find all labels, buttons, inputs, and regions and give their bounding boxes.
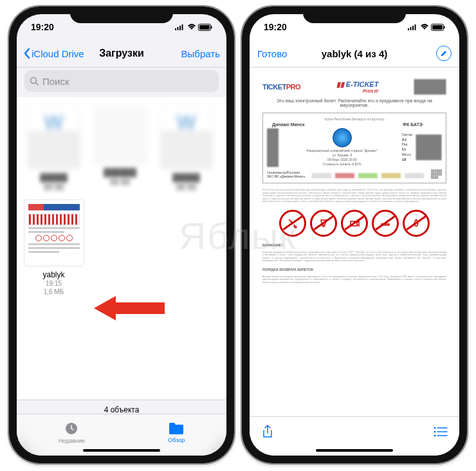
list-icon [434,427,448,437]
match-teams: Динамо Минск ФК БАТЭ [267,121,442,128]
no-fire-icon [403,210,430,237]
club-logo [333,128,352,147]
files-grid: W █████ ██ ██ ██████ ██ ██ W █████ ██ ██ [17,97,226,304]
svg-rect-2 [179,26,181,30]
wifi-icon [420,24,429,30]
file-label: █████ [172,173,200,182]
nav-back-button[interactable]: iCloud Drive [23,48,84,59]
svg-rect-12 [410,27,412,30]
svg-point-20 [434,427,436,429]
barcode-top [414,79,446,95]
file-item[interactable]: ██████ ██ ██ [89,105,151,190]
no-camera-icon [341,210,368,237]
phone-right: 19:20 Готово yablyk (4 из 4) TICKETPRO [242,6,467,463]
ticket-header: TICKETPRO ▮▮ E-TICKET Print it! [262,79,446,95]
status-time: 19:20 [31,22,54,32]
ticket-subtitle: Это ваш электронный билет. Распечатайте … [262,98,446,107]
svg-rect-14 [415,24,416,30]
clock-icon [64,421,79,436]
svg-line-8 [36,83,39,86]
svg-rect-18 [351,221,357,226]
promoter: Организатор/Promoter ЗАО ФК «Динамо-Минс… [267,171,305,178]
svg-rect-6 [211,26,212,28]
file-meta: ██ ██ [44,182,64,190]
tab-label: Недавние [59,438,85,444]
eticket-logo: ▮▮ E-TICKET Print it! [336,80,379,93]
search-input[interactable]: Поиск [24,70,219,92]
file-item-yablyk[interactable]: yablyk 19:15 1,6 МБ [23,199,84,296]
svg-rect-13 [412,26,414,30]
tab-label: Обзор [168,437,185,443]
return-title: ПОРЯДОК ВОЗВРАТА БИЛЕТОВ [262,268,446,272]
no-smoke-icon [372,210,399,237]
svg-rect-5 [199,25,210,30]
file-thumb-word: W [160,105,213,169]
svg-rect-19 [381,224,389,225]
annotation-arrow [94,293,165,326]
tab-browse[interactable]: Обзор [168,421,185,443]
share-button[interactable] [261,424,274,442]
svg-rect-11 [408,28,409,30]
preview-toolbar [250,416,459,456]
signal-icon [175,24,185,30]
warning-title: ВНИМАНИЕ! [262,243,446,247]
screen-preview: 19:20 Готово yablyk (4 из 4) TICKETPRO [250,14,459,456]
file-time: 19:15 [46,279,62,288]
fine-print-1: На билете напечатан уникальный штрих-код… [262,189,446,203]
signal-icon [408,24,418,30]
search-icon [30,77,39,86]
search-wrap: Поиск [17,68,226,97]
svg-rect-1 [178,27,179,30]
ticket-box: Кубок Республики Беларусь по футболу Дин… [262,113,446,183]
nav-select-button[interactable]: Выбрать [181,48,220,59]
chevron-left-icon [23,48,30,59]
barcode-side [267,128,279,167]
no-drink-icon [310,210,337,237]
svg-rect-16 [432,25,443,30]
notch [70,6,173,23]
fine-print-3: Возврат билета за культурно-зрелищное ме… [262,275,446,284]
phone-left: 19:20 iCloud Drive Загрузки Выбрать [9,6,234,463]
svg-rect-17 [444,26,445,28]
battery-icon [198,24,212,31]
preview-title: yablyk (4 из 4) [322,48,388,59]
file-label: yablyk [42,270,64,279]
file-thumb [94,105,147,164]
barcode-right [416,134,442,160]
file-meta: ██ ██ [110,177,130,185]
screen-files: 19:20 iCloud Drive Загрузки Выбрать [17,14,226,456]
files-content: W █████ ██ ██ ██████ ██ ██ W █████ ██ ██ [17,97,226,400]
folder-icon [168,421,185,436]
status-icons [408,24,445,31]
wifi-icon [187,24,196,30]
home-indicator[interactable] [316,449,393,452]
search-placeholder: Поиск [42,76,69,87]
markup-button[interactable] [436,46,452,61]
no-weapons-icon [279,210,306,237]
file-item[interactable]: W █████ ██ ██ [156,105,217,190]
battery-icon [431,24,445,31]
nav-bar: iCloud Drive Загрузки Выбрать [17,40,226,68]
file-item[interactable]: W █████ ██ ██ [23,105,84,190]
svg-marker-9 [94,296,165,320]
home-indicator[interactable] [83,449,160,452]
file-thumb-pdf [24,199,84,266]
status-time: 19:20 [264,22,287,32]
svg-rect-0 [175,28,176,30]
document-preview[interactable]: TICKETPRO ▮▮ E-TICKET Print it! Это ваш … [250,68,459,300]
ticketpro-logo: TICKETPRO [262,83,300,91]
status-icons [175,24,212,31]
file-label: ██████ [104,168,136,177]
done-button[interactable]: Готово [257,48,287,59]
fine-print-2: К местам проведения публичного доступа в… [262,251,446,263]
svg-point-22 [434,431,436,433]
nav-title: Загрузки [99,48,144,59]
sponsors [312,173,424,178]
list-button[interactable] [434,427,448,439]
nav-back-label: iCloud Drive [32,48,84,59]
tab-recent[interactable]: Недавние [59,421,85,444]
share-icon [261,424,274,439]
file-size: 1,6 МБ [44,288,64,296]
preview-nav: Готово yablyk (4 из 4) [250,40,459,68]
seat-info: Сектор А1 Ряд 11 Место 18 [402,133,412,162]
